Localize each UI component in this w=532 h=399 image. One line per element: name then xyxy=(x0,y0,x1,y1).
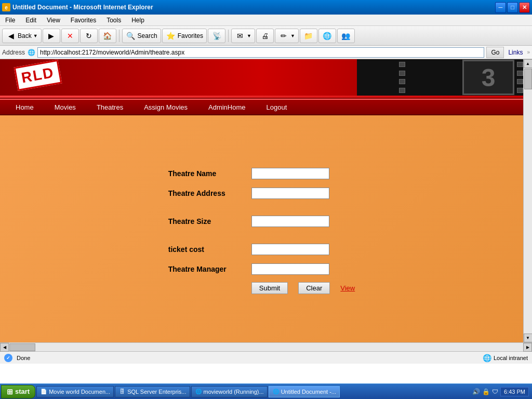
theatre-name-cell xyxy=(251,164,355,183)
favorites-icon: ⭐ xyxy=(166,31,176,41)
windows-logo: ⊞ xyxy=(7,388,13,396)
nav-home[interactable]: Home xyxy=(5,103,44,111)
tray-icon-1: 🔊 xyxy=(472,388,480,395)
folder-icon: 📁 xyxy=(303,31,314,41)
edit-btn[interactable]: ✏ ▼ xyxy=(275,29,299,43)
theatre-manager-input[interactable] xyxy=(251,263,329,275)
hscroll-track[interactable] xyxy=(9,343,523,351)
theatre-size-input[interactable] xyxy=(251,216,329,227)
taskbar-icon-1: 🗄 xyxy=(118,388,126,395)
minimize-button[interactable]: ─ xyxy=(495,2,506,13)
browser-content: RLD 3 xyxy=(0,59,532,342)
home-button[interactable]: 🏠 xyxy=(99,29,116,43)
taskbar-item-2[interactable]: 🌐 movieworld (Running)... xyxy=(191,386,268,397)
mail-button[interactable]: ✉ ▼ xyxy=(231,29,255,43)
spacer-1 xyxy=(168,203,355,211)
ticket-cost-row: ticket cost xyxy=(168,240,355,259)
status-done-icon: ✓ xyxy=(4,354,12,362)
tray-icon-3: 🛡 xyxy=(492,388,498,395)
links-button[interactable]: Links xyxy=(506,49,525,56)
search-button[interactable]: 🔍 Search xyxy=(122,29,161,43)
scroll-down-button[interactable]: ▼ xyxy=(524,334,533,342)
theatre-size-row: Theatre Size xyxy=(168,211,355,231)
nav-assign-movies[interactable]: Assign Movies xyxy=(134,103,198,111)
close-button[interactable]: ✕ xyxy=(519,2,530,13)
taskbar-icon-2: 🌐 xyxy=(195,388,202,395)
nav-movies[interactable]: Movies xyxy=(44,103,86,111)
menu-file[interactable]: File xyxy=(2,16,18,25)
stop-button[interactable]: ✕ xyxy=(61,29,79,43)
scroll-up-button[interactable]: ▲ xyxy=(524,59,533,68)
theatre-name-row: Theatre Name xyxy=(168,164,355,183)
title-bar: e Untitled Document - Microsoft Internet… xyxy=(0,0,532,15)
back-button[interactable]: ◀ Back ▼ xyxy=(2,29,42,43)
favorites-label: Favorites xyxy=(178,32,203,39)
menu-view[interactable]: View xyxy=(44,16,63,25)
folder-button[interactable]: 📁 xyxy=(300,29,317,43)
scroll-thumb[interactable] xyxy=(524,69,532,89)
start-button[interactable]: ⊞ start xyxy=(1,385,35,398)
button-row: Submit Clear View xyxy=(168,279,355,294)
taskbar-label-2: movieworld (Running)... xyxy=(204,389,264,395)
address-input[interactable] xyxy=(37,47,484,58)
hscroll-thumb[interactable] xyxy=(9,343,35,351)
clear-button[interactable]: Clear xyxy=(298,282,330,294)
taskbar-icon-0: 📄 xyxy=(40,388,47,395)
vertical-scrollbar[interactable]: ▲ ▼ xyxy=(523,59,532,342)
start-label: start xyxy=(15,388,30,395)
zone-text: Local intranet xyxy=(494,355,528,361)
favorites-button[interactable]: ⭐ Favorites xyxy=(162,29,207,43)
search-icon: 🔍 xyxy=(126,31,136,41)
search-label: Search xyxy=(138,32,157,39)
theatre-name-input[interactable] xyxy=(251,168,329,179)
hscroll-left-button[interactable]: ◀ xyxy=(0,343,9,352)
menu-help[interactable]: Help xyxy=(128,16,148,25)
forward-icon: ▶ xyxy=(46,31,57,41)
refresh-icon: ↻ xyxy=(84,31,94,41)
nav-theatres[interactable]: Theatres xyxy=(86,103,134,111)
window-title: Untitled Document - Microsoft Internet E… xyxy=(12,4,153,11)
film-strip: 3 xyxy=(357,59,523,96)
view-link[interactable]: View xyxy=(340,284,355,292)
scroll-track[interactable] xyxy=(524,68,532,334)
edit-icon: ✏ xyxy=(278,31,289,41)
taskbar-item-1[interactable]: 🗄 SQL Server Enterpris... xyxy=(115,386,190,397)
maximize-button[interactable]: □ xyxy=(507,2,518,13)
status-bar: ✓ Done 🌐 Local intranet xyxy=(0,351,532,364)
nav-admin-home[interactable]: AdminHome xyxy=(198,103,256,111)
theatre-address-label: Theatre Address xyxy=(168,183,251,203)
menu-tools[interactable]: Tools xyxy=(103,16,124,25)
address-bar: Address 🌐 Go Links » xyxy=(0,46,532,59)
theatre-address-input[interactable] xyxy=(251,188,329,199)
nav-logout[interactable]: Logout xyxy=(256,103,298,111)
menu-favorites[interactable]: Favorites xyxy=(68,16,99,25)
forward-button[interactable]: ▶ xyxy=(43,29,60,43)
msn-icon: 🌐 xyxy=(322,31,332,41)
menu-edit[interactable]: Edit xyxy=(22,16,39,25)
sold-sign: RLD xyxy=(14,60,62,91)
button-label-cell xyxy=(168,279,251,294)
film-holes-left xyxy=(399,59,405,96)
film-reel: 3 xyxy=(462,60,514,95)
form-area: Theatre Name Theatre Address Theatre Si xyxy=(0,115,523,342)
menu-bar: File Edit View Favorites Tools Help xyxy=(0,15,532,26)
submit-button[interactable]: Submit xyxy=(251,282,288,294)
refresh-button[interactable]: ↻ xyxy=(80,29,98,43)
users-button[interactable]: 👥 xyxy=(337,29,355,43)
theatre-manager-row: Theatre Manager xyxy=(168,259,355,279)
hscroll-right-button[interactable]: ▶ xyxy=(523,343,532,352)
go-button[interactable]: Go xyxy=(486,47,504,58)
tray-icon-2: 🔒 xyxy=(482,388,490,395)
print-button[interactable]: 🖨 xyxy=(256,29,274,43)
taskbar-item-0[interactable]: 📄 Movie world Documen... xyxy=(36,386,114,397)
browser-icon: e xyxy=(2,3,10,11)
links-chevron-icon: » xyxy=(527,49,530,55)
horizontal-scrollbar[interactable]: ◀ ▶ xyxy=(0,342,532,351)
ticket-cost-input[interactable] xyxy=(251,244,329,255)
back-label: Back xyxy=(18,32,32,39)
intranet-icon: 🌐 xyxy=(483,354,491,362)
media-button[interactable]: 📡 xyxy=(208,29,225,43)
media-icon: 📡 xyxy=(211,31,222,41)
msn-button[interactable]: 🌐 xyxy=(318,29,336,43)
taskbar-item-3[interactable]: 🌐 Untitled Document -... xyxy=(269,386,340,397)
